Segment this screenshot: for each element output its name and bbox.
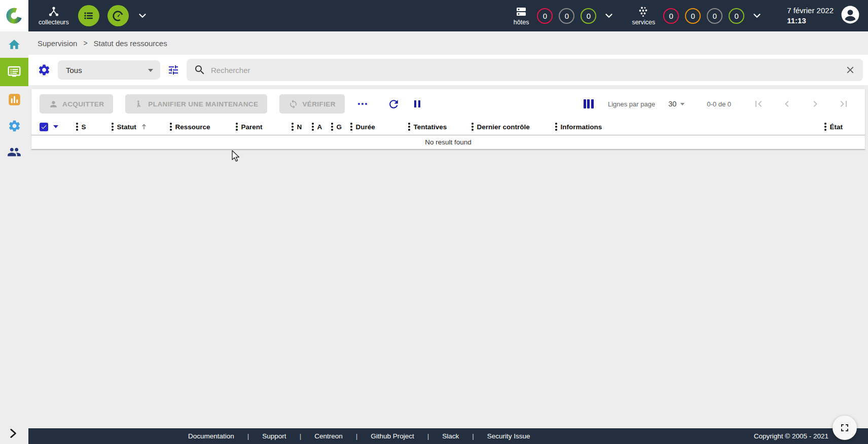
footer-link-documentation[interactable]: Documentation (188, 432, 234, 440)
filter-settings-button[interactable] (35, 61, 53, 79)
column-header-parent[interactable]: Parent (236, 123, 292, 131)
pollers-expand-chevron[interactable] (137, 10, 148, 21)
drag-handle-icon[interactable] (170, 123, 172, 131)
drag-handle-icon[interactable] (824, 123, 826, 131)
user-avatar[interactable] (841, 5, 860, 26)
next-page-button[interactable] (801, 98, 829, 110)
chevron-right-icon (6, 427, 19, 440)
sidebar-item-reporting[interactable] (0, 86, 28, 113)
drag-handle-icon[interactable] (555, 123, 557, 131)
actions-toolbar: ACQUITTER PLANIFIER UNE MAINTENANCE VÉRI… (31, 89, 865, 119)
gear-icon (38, 63, 51, 77)
drag-handle-icon[interactable] (312, 123, 314, 131)
sidebar-item-supervision[interactable] (0, 58, 28, 86)
column-header-action[interactable]: A (312, 123, 331, 131)
edit-columns-button[interactable] (584, 99, 594, 108)
column-label: A (317, 123, 322, 131)
drag-handle-icon[interactable] (350, 123, 352, 131)
hosts-unreachable-counter[interactable]: 0 (559, 8, 574, 24)
clear-search-button[interactable] (843, 62, 858, 78)
column-header-tries[interactable]: Tentatives (408, 123, 472, 131)
downtime-label: PLANIFIER UNE MAINTENANCE (148, 100, 258, 108)
sidebar-item-home[interactable] (0, 31, 28, 58)
sort-asc-icon[interactable] (140, 123, 148, 131)
check-button[interactable]: VÉRIFIER (279, 94, 344, 114)
drag-handle-icon[interactable] (292, 123, 294, 131)
pollers-menu[interactable]: collecteurs (39, 6, 69, 26)
filter-panel: Tous (28, 55, 868, 85)
dropdown-arrow-icon (52, 124, 59, 129)
centreon-logo[interactable] (0, 0, 28, 31)
drag-handle-icon[interactable] (112, 123, 114, 131)
previous-page-button[interactable] (773, 98, 801, 110)
footer-link-github[interactable]: Github Project (371, 432, 414, 440)
services-label: services (632, 19, 655, 26)
fullscreen-button[interactable] (833, 416, 857, 440)
rows-per-page-select[interactable]: 30 (668, 100, 685, 108)
drag-handle-icon[interactable] (76, 123, 78, 131)
select-all-dropdown[interactable] (52, 123, 59, 131)
footer-link-security[interactable]: Security Issue (487, 432, 530, 440)
column-header-duration[interactable]: Durée (350, 123, 408, 131)
drag-handle-icon[interactable] (408, 123, 410, 131)
column-header-status[interactable]: Statut (112, 123, 170, 131)
search-icon (194, 64, 206, 76)
poller-list-button[interactable] (78, 5, 99, 26)
last-page-button[interactable] (829, 98, 858, 110)
person-icon (49, 99, 58, 109)
column-label: Dernier contrôle (477, 123, 530, 131)
home-icon (8, 38, 21, 51)
set-downtime-button[interactable]: PLANIFIER UNE MAINTENANCE (125, 94, 267, 114)
pause-autorefresh-button[interactable] (409, 96, 425, 112)
footer-link-slack[interactable]: Slack (442, 432, 459, 440)
column-label: Tentatives (414, 123, 447, 131)
services-ok-counter[interactable]: 0 (729, 8, 744, 24)
column-header-severity[interactable]: S (76, 123, 112, 131)
refresh-button[interactable] (385, 96, 402, 113)
select-arrow-icon (147, 66, 154, 75)
hosts-up-count: 0 (587, 12, 591, 20)
filter-type-select[interactable]: Tous (58, 60, 160, 80)
footer-link-support[interactable]: Support (262, 432, 286, 440)
drag-handle-icon[interactable] (236, 123, 238, 131)
column-header-state[interactable]: État (824, 123, 858, 131)
close-icon (845, 64, 856, 76)
footer-separator: | (472, 432, 474, 440)
first-page-button[interactable] (744, 98, 773, 110)
search-input[interactable] (211, 66, 843, 75)
column-header-information[interactable]: Informations (555, 123, 824, 131)
fullscreen-icon (839, 422, 851, 434)
footer-link-centreon[interactable]: Centreon (314, 432, 343, 440)
more-actions-button[interactable] (358, 103, 367, 105)
column-header-last-check[interactable]: Dernier contrôle (472, 123, 555, 131)
hosts-up-counter[interactable]: 0 (581, 8, 596, 24)
hosts-expand-chevron[interactable] (603, 10, 614, 21)
column-header-graph[interactable]: G (331, 123, 350, 131)
hosts-down-counter[interactable]: 0 (537, 8, 553, 24)
acknowledge-button[interactable]: ACQUITTER (40, 94, 113, 114)
refresh-icon (387, 98, 400, 110)
chevron-right-icon (809, 98, 821, 110)
advanced-filter-button[interactable] (165, 62, 182, 78)
services-unknown-counter[interactable]: 0 (707, 8, 722, 24)
services-menu[interactable]: services (632, 6, 655, 26)
hosts-menu[interactable]: hôtes (514, 6, 529, 26)
breadcrumb-supervision[interactable]: Supervision (38, 39, 77, 48)
sidebar-item-administration[interactable] (0, 139, 28, 165)
select-all-checkbox[interactable] (40, 123, 48, 131)
current-date: 7 février 2022 (787, 6, 834, 16)
column-header-notes[interactable]: N (292, 123, 312, 131)
services-expand-chevron[interactable] (751, 10, 763, 21)
user-icon (841, 5, 860, 24)
drag-handle-icon[interactable] (472, 123, 474, 131)
column-header-resource[interactable]: Ressource (170, 123, 236, 131)
search-field[interactable] (187, 59, 863, 81)
poller-gauge-button[interactable] (107, 5, 129, 26)
drag-handle-icon[interactable] (331, 123, 333, 131)
pagination-controls: Lignes par page 30 0-0 de 0 (584, 98, 858, 110)
sidebar-expand-button[interactable] (6, 427, 19, 442)
services-warning-counter[interactable]: 0 (685, 8, 701, 24)
services-critical-counter[interactable]: 0 (663, 8, 679, 24)
footer-links: Documentation | Support | Centreon | Git… (188, 432, 530, 440)
sidebar-item-configuration[interactable] (0, 113, 28, 139)
